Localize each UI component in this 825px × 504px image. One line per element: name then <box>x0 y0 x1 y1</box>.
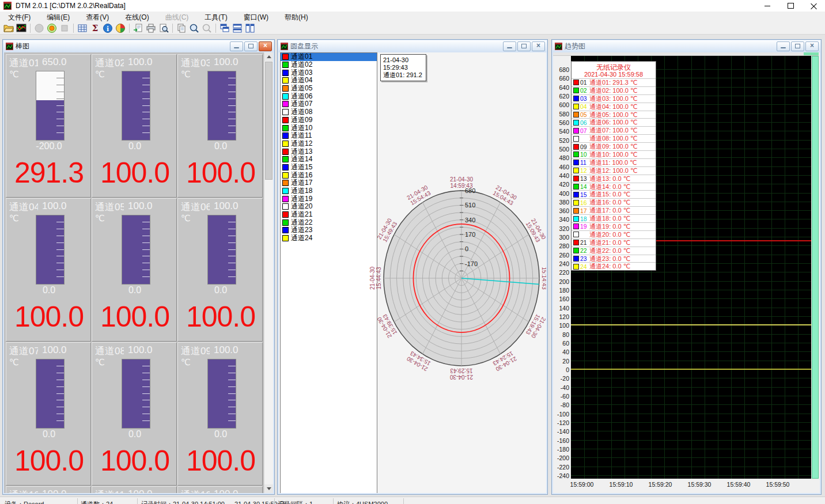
bar-tick <box>56 263 64 263</box>
legend-channel-value: 通道23: 0.0 ℃ <box>589 255 630 263</box>
cascade-windows-icon[interactable] <box>219 22 230 34</box>
bar-tick <box>142 132 150 133</box>
tile-horizontal-icon[interactable] <box>232 22 243 34</box>
app-minimize-button[interactable] <box>756 0 779 12</box>
zoom-icon[interactable] <box>188 22 200 34</box>
legend-color-swatch <box>573 192 579 198</box>
statistics-sigma-icon[interactable]: Σ <box>89 22 101 34</box>
menu-item[interactable]: 文件(F) <box>0 12 39 22</box>
bar-tick <box>228 373 236 373</box>
legend-color-swatch <box>573 151 579 157</box>
app-restore-button[interactable] <box>779 0 802 12</box>
legend-color-swatch <box>573 96 579 101</box>
bar-tick <box>56 393 64 394</box>
bar-gauge <box>36 359 65 429</box>
legend-row: 14通道14: 0.0 ℃ <box>572 183 656 191</box>
menu-item[interactable]: 曲线(C) <box>157 12 197 22</box>
scroll-down-arrow-icon[interactable] <box>264 484 273 493</box>
bar-window-scrollbar[interactable] <box>264 52 273 493</box>
open-file-icon[interactable] <box>3 22 14 34</box>
export-icon[interactable] <box>133 22 144 34</box>
legend-channel-number: 13 <box>580 175 589 182</box>
bar-channel-name: 通道01 <box>9 56 38 70</box>
bar-gauge <box>207 71 236 141</box>
bar-tick <box>228 249 236 250</box>
y-axis-label: 380 <box>553 199 569 206</box>
legend-color-swatch <box>573 120 579 126</box>
bar-tick <box>56 85 64 85</box>
info-icon[interactable]: i <box>102 22 113 34</box>
tile-vertical-icon[interactable] <box>244 22 256 34</box>
menu-item[interactable]: 在线(O) <box>117 12 157 22</box>
y-axis-label: 440 <box>553 172 569 179</box>
bar-cell: 通道05100.0℃0.0100.0 <box>92 198 177 342</box>
bar-tick <box>228 393 236 394</box>
y-axis-label: 200 <box>553 278 569 285</box>
data-table-icon[interactable] <box>77 22 88 34</box>
svg-text:510: 510 <box>465 202 475 209</box>
bar-fill <box>36 215 64 284</box>
trend-window-minimize-button[interactable] <box>777 41 790 51</box>
print-preview-icon[interactable] <box>158 22 169 34</box>
toolbar-separator <box>73 24 74 33</box>
menu-item[interactable]: 工具(T) <box>196 12 235 22</box>
realtime-chart-icon[interactable] <box>16 22 27 34</box>
bar-tick <box>142 112 150 112</box>
disc-window-minimize-button[interactable] <box>503 41 516 51</box>
y-axis-label: 460 <box>553 164 569 170</box>
bar-tick <box>56 420 64 421</box>
tooltip-time: 15:29:43 <box>383 64 423 71</box>
bar-unit-label: ℃ <box>95 213 105 223</box>
app-close-button[interactable] <box>802 0 825 12</box>
run-disabled-icon[interactable] <box>33 22 45 34</box>
stop-disabled-icon[interactable] <box>59 22 70 34</box>
trend-vertical-scrollbar[interactable] <box>812 56 819 479</box>
scroll-up-arrow-icon[interactable] <box>264 52 273 61</box>
bar-tick <box>228 414 236 414</box>
bar-tick <box>142 256 150 256</box>
y-axis-label: -80 <box>553 401 569 408</box>
menu-item[interactable]: 帮助(H) <box>277 12 316 22</box>
bar-window-title-bar[interactable]: 棒图 × <box>3 40 274 52</box>
app-title-bar[interactable]: DTM 2.0.1 [C:\DTM 2.0.2\RealData] <box>0 0 825 12</box>
v-gridline <box>731 56 732 479</box>
status-item: 记录时间：21-04-30 14:51:00 ～ 21-04-30 15:59:… <box>141 500 286 504</box>
y-axis-label: 520 <box>553 137 569 144</box>
bar-tick <box>142 236 150 236</box>
legend-channel-value: 通道01: 291.3 ℃ <box>589 78 637 87</box>
bar-window-minimize-button[interactable] <box>230 41 243 51</box>
legend-row: 11通道11: 100.0 ℃ <box>572 158 656 166</box>
menu-item[interactable]: 窗口(W) <box>236 12 277 22</box>
scrollbar-thumb[interactable] <box>804 52 819 55</box>
bar-window-restore-button[interactable] <box>244 41 258 51</box>
trend-window-restore-button[interactable] <box>791 41 804 51</box>
trend-window-close-button[interactable]: × <box>805 41 819 51</box>
print-icon[interactable] <box>145 22 157 34</box>
legend-row: 12通道12: 100.0 ℃ <box>572 166 656 175</box>
y-axis-label: 600 <box>553 101 569 108</box>
y-axis-label: 160 <box>553 295 569 302</box>
menu-item[interactable]: 查看(V) <box>78 12 117 22</box>
legend-row: 03通道03: 100.0 ℃ <box>572 94 656 103</box>
disc-window-close-button[interactable]: × <box>532 41 545 51</box>
disc-window-title-bar[interactable]: 圆盘显示 × <box>278 40 547 52</box>
bar-current-value: 100.0 <box>6 300 92 334</box>
pie-chart-icon[interactable] <box>115 22 126 34</box>
disc-window-restore-button[interactable] <box>517 41 531 51</box>
bar-tick <box>142 414 150 414</box>
zoom-disabled-icon[interactable] <box>201 22 213 34</box>
record-icon[interactable] <box>46 22 58 34</box>
trend-window-title: 趋势图 <box>565 41 777 51</box>
copy-icon[interactable] <box>176 22 187 34</box>
bar-max-value: 100.0 <box>42 344 67 356</box>
bar-fill <box>208 215 236 284</box>
bar-tick <box>56 366 64 366</box>
toolbar-separator <box>215 24 216 33</box>
trend-window-title-bar[interactable]: 趋势图 × <box>552 40 820 52</box>
bar-cell-header: 通道05100.0 <box>95 200 175 212</box>
bar-tick <box>142 249 150 250</box>
scrollbar-thumb[interactable] <box>265 62 273 180</box>
bar-window-close-button[interactable]: × <box>259 41 272 51</box>
menu-item[interactable]: 编辑(E) <box>39 12 78 22</box>
bar-tick <box>228 276 236 277</box>
